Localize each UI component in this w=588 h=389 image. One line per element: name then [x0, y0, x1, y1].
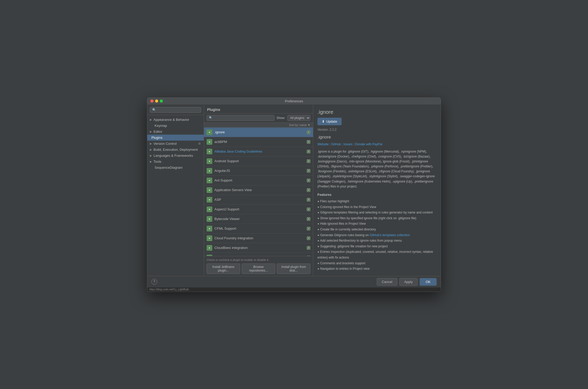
- sidebar-item-label: Appearance & Behavior: [154, 118, 189, 122]
- plugin-name: ASP: [214, 198, 307, 202]
- feature-item: Coloring ignored files in the Project Vi…: [317, 204, 437, 210]
- plugin-list: ●.ignore●actiBPM●Alibaba Java Coding Gui…: [204, 128, 313, 256]
- url-bar: https://blog.csdn.net/Cy_LightBulb: [147, 287, 441, 292]
- website-link[interactable]: Website: [317, 142, 329, 146]
- plugin-row-cfml[interactable]: ●CFML Support: [204, 224, 313, 234]
- sidebar-item-tools[interactable]: ▶ Tools: [147, 159, 204, 165]
- plugin-name: .ignore: [214, 130, 307, 134]
- plugin-search-input[interactable]: [214, 116, 272, 120]
- plugin-name: Cloud Foundry integration: [214, 236, 307, 240]
- maximize-button[interactable]: [160, 99, 163, 103]
- feature-item: Comments and brackets support: [317, 261, 437, 266]
- detail-description: .ignore is a plugin for .gitignore (GIT)…: [317, 149, 437, 189]
- preferences-window: Preferences ▶ Appearance & Behavior Keym…: [147, 97, 441, 292]
- sidebar-item-appearance[interactable]: ▶ Appearance & Behavior: [147, 117, 204, 123]
- sidebar-item-plugins[interactable]: Plugins: [147, 135, 204, 141]
- arrow-icon: ▶: [150, 130, 152, 133]
- plugin-row-aspectj[interactable]: ●AspectJ Support: [204, 205, 313, 214]
- plugin-name: Application Servers View: [214, 188, 307, 192]
- plugin-row-coffeescript[interactable]: ●CoffeeScript: [204, 253, 313, 256]
- footer-hint: Check or uncheck a plugin to enable or d…: [207, 258, 310, 261]
- feature-item: Navigation to entries in Project view: [317, 266, 437, 272]
- plugin-row-app-servers[interactable]: ●Application Servers View: [204, 185, 313, 195]
- plugin-checkbox[interactable]: [307, 246, 310, 250]
- plugin-checkbox[interactable]: [307, 179, 310, 182]
- plugins-footer: Check or uncheck a plugin to enable or d…: [204, 256, 313, 276]
- show-label: Show:: [277, 116, 285, 120]
- sidebar-item-label: Keymap: [155, 124, 167, 128]
- plugin-row-cloud-foundry[interactable]: ●Cloud Foundry integration: [204, 234, 313, 243]
- sidebar-item-editor[interactable]: ▶ Editor: [147, 129, 204, 135]
- sidebar-item-label: Build, Execution, Deployment: [154, 148, 198, 152]
- plugin-row-ant[interactable]: ●Ant Support: [204, 176, 313, 185]
- plugin-checkbox[interactable]: [307, 150, 310, 153]
- plugin-checkbox[interactable]: [307, 217, 310, 221]
- close-button[interactable]: [150, 99, 154, 103]
- plugin-row-actibpm[interactable]: ●actiBPM: [204, 137, 313, 147]
- github-link[interactable]: GitHub: [331, 142, 341, 146]
- donate-link[interactable]: Donate with PayPal: [355, 142, 382, 146]
- plugin-checkbox[interactable]: [307, 130, 310, 134]
- plugin-checkbox[interactable]: [307, 227, 310, 230]
- plugin-icon: ●: [207, 197, 212, 203]
- main-content: ▶ Appearance & Behavior Keymap ▶ Editor …: [147, 105, 441, 276]
- bottom-bar: ? Cancel Apply OK: [147, 276, 441, 287]
- plugin-checkbox[interactable]: [307, 236, 310, 240]
- plugin-row-cloudbees[interactable]: ●CloudBees integration: [204, 243, 313, 253]
- minimize-button[interactable]: [155, 99, 158, 103]
- cancel-button[interactable]: Cancel: [377, 278, 397, 286]
- plugins-header: Plugins: [204, 105, 313, 114]
- plugin-name: AspectJ Support: [214, 207, 307, 211]
- detail-subtitle: .ignore: [317, 135, 437, 140]
- sidebar-search-input[interactable]: [150, 107, 201, 113]
- sidebar-item-label: SequenceDiagram: [155, 166, 183, 170]
- plugin-checkbox[interactable]: [307, 208, 310, 211]
- feature-item: Entries inspection (duplicated, covered,…: [317, 249, 437, 260]
- plugin-name: Bytecode Viewer: [214, 217, 307, 221]
- sidebar-item-version-control[interactable]: ▶ Version Control ⊞: [147, 141, 204, 147]
- feature-item: Add selected file/directory to ignore ru…: [317, 238, 437, 244]
- sidebar-item-languages[interactable]: ▶ Languages & Frameworks: [147, 153, 204, 159]
- titlebar: Preferences: [147, 98, 441, 105]
- plugin-checkbox[interactable]: [307, 159, 310, 163]
- help-button[interactable]: ?: [151, 279, 157, 285]
- plugin-icon: ●: [207, 226, 212, 231]
- browse-repositories-button[interactable]: Browse repositories...: [242, 263, 275, 274]
- plugin-name: actiBPM: [214, 140, 307, 144]
- sort-arrow-icon: ▼: [308, 123, 310, 127]
- plugin-row-alibaba[interactable]: ●Alibaba Java Coding Guidelines: [204, 147, 313, 156]
- download-icon: ⬇: [322, 120, 325, 123]
- detail-links: Website | GitHub | Issues | Donate with …: [317, 142, 437, 146]
- install-disk-button[interactable]: Install plugin from disk...: [277, 263, 310, 274]
- plugin-row-asp[interactable]: ●ASP: [204, 195, 313, 205]
- plugin-icon: ●: [207, 235, 212, 241]
- show-select[interactable]: All plugins: [287, 115, 310, 121]
- sidebar-item-keymap[interactable]: Keymap: [147, 123, 204, 129]
- sidebar-item-build[interactable]: ▶ Build, Execution, Deployment: [147, 147, 204, 153]
- plugin-checkbox[interactable]: [307, 140, 310, 144]
- sidebar-items-list: ▶ Appearance & Behavior Keymap ▶ Editor …: [147, 115, 204, 276]
- update-button[interactable]: ⬇ Update: [317, 118, 342, 125]
- github-templates-link[interactable]: GitHub's templates collection: [370, 233, 410, 237]
- ok-button[interactable]: OK: [420, 278, 437, 286]
- footer-buttons: Install JetBrains plugin... Browse repos…: [207, 263, 310, 274]
- plugin-row-bytecode[interactable]: ●Bytecode Viewer: [204, 214, 313, 224]
- plugin-row-android[interactable]: ●Android Support: [204, 156, 313, 166]
- plugin-row-angularjs[interactable]: ●AngularJS: [204, 166, 313, 176]
- features-list: Files syntax highlightColoring ignored f…: [317, 199, 437, 272]
- install-jetbrains-button[interactable]: Install JetBrains plugin...: [207, 263, 240, 274]
- plugin-checkbox[interactable]: [307, 198, 310, 202]
- feature-item: Gitignore templates filtering and select…: [317, 210, 437, 216]
- plugin-name: CloudBees integration: [214, 246, 307, 250]
- sidebar-item-sequence-diagram[interactable]: SequenceDiagram: [147, 165, 204, 171]
- detail-title: .ignore: [317, 109, 437, 115]
- feature-item: Hide ignored files in Project View: [317, 221, 437, 227]
- sidebar-item-label: Languages & Frameworks: [154, 154, 193, 158]
- apply-button[interactable]: Apply: [399, 278, 418, 286]
- plugin-row-ignore[interactable]: ●.ignore: [204, 128, 313, 137]
- plugin-checkbox[interactable]: [307, 169, 310, 173]
- plugin-checkbox[interactable]: [307, 188, 310, 192]
- arrow-icon: ▶: [150, 118, 152, 121]
- plugin-search-box[interactable]: 🔍: [207, 115, 274, 121]
- issues-link[interactable]: Issues: [343, 142, 353, 146]
